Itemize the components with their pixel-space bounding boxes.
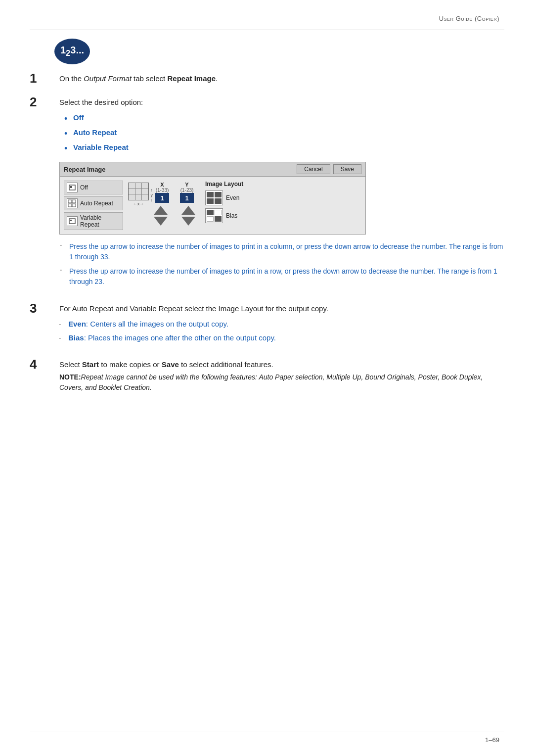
grid-with-arrow: ←x→ ↑y↓ [128, 183, 149, 206]
step-3-dot-bias: • [59, 335, 68, 341]
step-2-content: Select the desired option: • Off • Auto … [59, 95, 504, 291]
sub-bullet-dot-x: • [60, 242, 69, 248]
ui-screenshot-box: Repeat Image Cancel Save [59, 162, 366, 235]
step-3-bias-label: Bias [68, 333, 84, 342]
step-4-number: 4 [30, 358, 59, 393]
ui-option-variable-repeat-label: VariableRepeat [80, 214, 101, 228]
xy-labels-row: X (1-33) 1 Y (1-23) 1 [155, 182, 194, 203]
option-off-label: Off [73, 112, 84, 123]
layout-bias-label: Bias [226, 212, 237, 219]
step-3-bias-text: Bias: Places the images one after the ot… [68, 332, 276, 344]
grid-cell [135, 183, 142, 189]
x-down-arrow[interactable] [154, 217, 168, 226]
y-coord: Y (1-23) 1 [180, 182, 194, 203]
x-up-arrow[interactable] [154, 206, 168, 215]
image-layout-title: Image Layout [205, 181, 243, 188]
ui-option-auto-repeat-icon [67, 198, 78, 208]
step-1-bold: Repeat Image [167, 74, 216, 83]
grid-cell [142, 189, 148, 194]
layout-even-option[interactable]: Even [205, 190, 243, 205]
step-4-mid: to make copies or [99, 360, 162, 369]
page-header: User Guide (Copier) [439, 15, 499, 22]
svg-rect-6 [69, 219, 75, 224]
grid-cell [142, 183, 148, 189]
bias-cell-tr [215, 210, 222, 215]
arrow-controls: X (1-33) 1 Y (1-23) 1 [154, 182, 195, 226]
grid-cell [129, 194, 135, 200]
step-1-suffix: tab select [132, 74, 168, 83]
step-3-number: 3 [30, 302, 59, 347]
y-arrow-label: ↑y↓ [151, 188, 153, 202]
x-label: X [160, 182, 164, 188]
step-4-start: Start [82, 360, 99, 369]
note-body: Repeat Image cannot be used with the fol… [59, 373, 483, 391]
ui-option-off-icon [67, 183, 78, 192]
step-3-even-item: • Even: Centers all the images on the ou… [59, 319, 504, 330]
ui-option-variable-repeat-icon [67, 216, 78, 226]
step-1-italic: Output Format [84, 74, 132, 83]
step-2-options-list: • Off • Auto Repeat • Variable Repeat [64, 112, 504, 155]
svg-rect-4 [68, 204, 72, 207]
grid-cell [135, 194, 142, 200]
step-3-content: For Auto Repeat and Variable Repeat sele… [59, 302, 504, 347]
off-icon-svg [69, 185, 76, 190]
step-3-bias-item: • Bias: Places the images one after the … [59, 332, 504, 344]
bottom-rule-line [30, 731, 504, 731]
note-label: NOTE: [59, 373, 81, 381]
option-off-item: • Off [64, 112, 504, 125]
step-3-even-label: Even [68, 320, 86, 328]
step-4-note: NOTE:Repeat Image cannot be used with th… [59, 372, 504, 393]
y-up-arrow[interactable] [181, 206, 195, 215]
even-cell-3 [207, 198, 214, 204]
step-1: 1 On the Output Format tab select Repeat… [30, 72, 504, 85]
ui-option-variable-repeat[interactable]: VariableRepeat [64, 212, 123, 230]
ui-save-button[interactable]: Save [333, 164, 361, 174]
grid-illustration-panel: ←x→ ↑y↓ [128, 183, 149, 208]
step-3-dot-even: • [59, 322, 68, 328]
sub-bullet-x: • Press the up arrow to increase the num… [60, 241, 504, 262]
x-coord: X (1-33) 1 [155, 182, 169, 203]
y-down-arrow[interactable] [181, 217, 195, 226]
ui-header: Repeat Image Cancel Save [60, 162, 365, 177]
bullet-dot-3: • [64, 142, 73, 155]
step-1-content: On the Output Format tab select Repeat I… [59, 72, 504, 85]
grid-cell [129, 189, 135, 194]
step-3-text: For Auto Repeat and Variable Repeat sele… [59, 303, 504, 315]
bullet-dot-1: • [64, 113, 73, 125]
bias-cell-bl [207, 216, 214, 222]
step-4-text: Select Start to make copies or Save to s… [59, 359, 504, 371]
even-cell-2 [215, 192, 222, 197]
option-auto-repeat-item: • Auto Repeat [64, 127, 504, 140]
layout-bias-option[interactable]: Bias [205, 208, 243, 223]
layout-even-label: Even [226, 194, 239, 201]
image-layout-panel: Image Layout Even [205, 181, 243, 223]
step-3-bullets: • Even: Centers all the images on the ou… [59, 319, 504, 344]
number-icon-text: 123... [60, 45, 84, 58]
step-2-sub-bullets: • Press the up arrow to increase the num… [60, 241, 504, 287]
step-3: 3 For Auto Repeat and Variable Repeat se… [30, 302, 504, 347]
variable-repeat-icon-svg [69, 218, 76, 224]
page-container: User Guide (Copier) 123... 1 On the Outp… [0, 0, 534, 756]
sub-bullet-dot-y: • [60, 267, 69, 273]
main-content: 1 On the Output Format tab select Repeat… [30, 72, 504, 404]
x-value: 1 [155, 193, 169, 203]
svg-rect-1 [70, 186, 72, 188]
step-2-number: 2 [30, 95, 59, 291]
step-3-bias-desc: : Places the images one after the other … [84, 333, 276, 342]
ui-option-off-label: Off [80, 184, 88, 191]
bias-cell-tl [207, 210, 214, 215]
x-arrow-label: ←x→ [128, 201, 149, 206]
y-label: Y [185, 182, 188, 188]
step-1-end: . [216, 74, 218, 83]
up-arrows-row [154, 206, 195, 215]
ui-option-off[interactable]: Off [64, 181, 123, 194]
step-4-save: Save [162, 360, 179, 369]
x-range: (1-33) [156, 188, 169, 193]
step-2-text: Select the desired option: [59, 97, 504, 108]
grid-cell [142, 194, 148, 200]
ui-cancel-button[interactable]: Cancel [297, 164, 330, 174]
sub-bullet-x-text: Press the up arrow to increase the numbe… [69, 241, 504, 262]
ui-options-panel: Off [64, 181, 123, 230]
ui-option-auto-repeat[interactable]: Auto Repeat [64, 196, 123, 210]
step-4-end: to select additional features. [179, 360, 273, 369]
